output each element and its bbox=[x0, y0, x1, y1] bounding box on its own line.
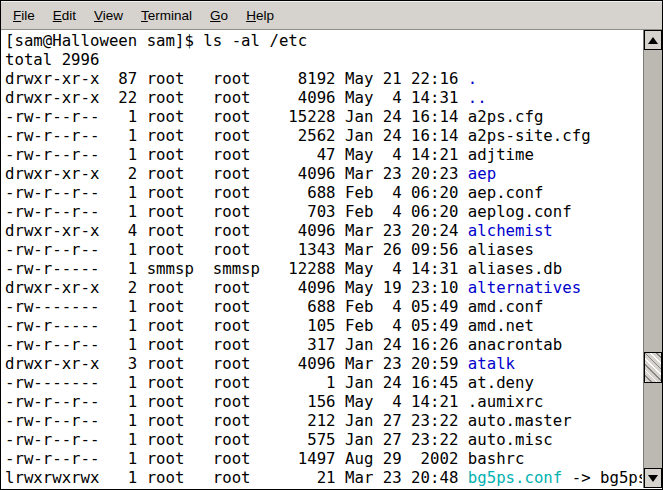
file-name: alchemist bbox=[468, 221, 553, 240]
file-name: atalk bbox=[468, 354, 515, 373]
file-name: . bbox=[468, 69, 477, 88]
up-arrow-icon bbox=[648, 37, 658, 44]
file-name: aeplog.conf bbox=[468, 202, 572, 221]
down-arrow-icon bbox=[648, 475, 658, 482]
terminal-window: File Edit View Terminal Go Help [sam@Hal… bbox=[0, 0, 663, 490]
file-name: alternatives bbox=[468, 278, 581, 297]
file-name: aep.conf bbox=[468, 183, 544, 202]
menu-item-file[interactable]: File bbox=[4, 2, 44, 29]
menu-item-edit[interactable]: Edit bbox=[44, 2, 85, 29]
file-name: adjtime bbox=[468, 145, 534, 164]
file-name: at.deny bbox=[468, 373, 534, 392]
file-name: amd.conf bbox=[468, 297, 544, 316]
scrollbar-thumb[interactable] bbox=[644, 352, 662, 383]
menu-item-help[interactable]: Help bbox=[237, 2, 283, 29]
file-name: aliases.db bbox=[468, 259, 562, 278]
file-name: aep bbox=[468, 164, 496, 183]
scrollbar bbox=[643, 30, 662, 488]
file-name: a2ps.cfg bbox=[468, 107, 544, 126]
file-name: auto.misc bbox=[468, 430, 553, 449]
terminal-screen[interactable]: [sam@Halloween sam]$ ls -al /etc total 2… bbox=[2, 30, 642, 488]
file-name: aliases bbox=[468, 240, 534, 259]
scroll-down-button[interactable] bbox=[644, 468, 662, 488]
file-name: .. bbox=[468, 88, 487, 107]
file-name: auto.master bbox=[468, 411, 572, 430]
menu-item-terminal[interactable]: Terminal bbox=[132, 2, 201, 29]
menu-item-view[interactable]: View bbox=[85, 2, 132, 29]
file-name: bg5ps.conf bbox=[468, 468, 562, 487]
file-name: anacrontab bbox=[468, 335, 562, 354]
file-name: bashrc bbox=[468, 449, 525, 468]
file-name: .aumixrc bbox=[468, 392, 544, 411]
scroll-up-button[interactable] bbox=[644, 30, 662, 50]
file-name: a2ps-site.cfg bbox=[468, 126, 591, 145]
menu-item-go[interactable]: Go bbox=[201, 2, 237, 29]
file-name: amd.net bbox=[468, 316, 534, 335]
menu-bar: File Edit View Terminal Go Help bbox=[1, 1, 662, 30]
terminal-output-text: [sam@Halloween sam]$ ls -al /etc total 2… bbox=[2, 30, 642, 487]
